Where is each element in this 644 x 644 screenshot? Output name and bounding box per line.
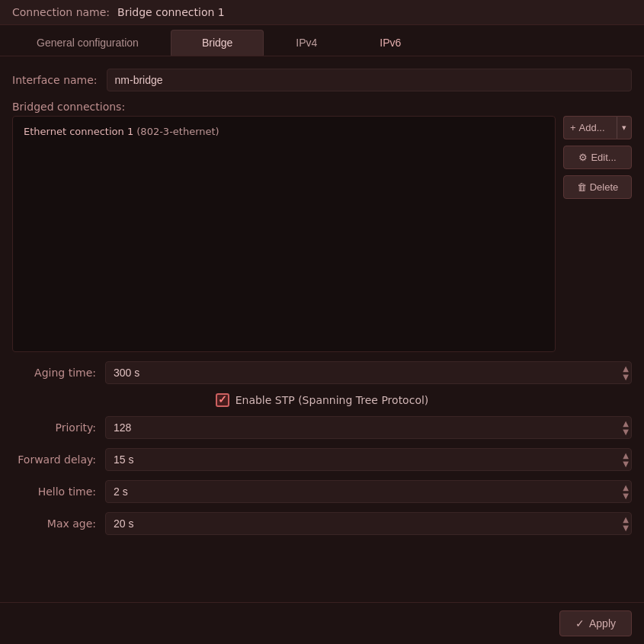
footer: ✓ Apply: [0, 602, 644, 644]
connection-name-label: Connection name:: [12, 6, 110, 18]
interface-name-label: Interface name:: [12, 74, 98, 86]
bridged-connections-area: Ethernet connection 1 (802-3-ethernet) +…: [12, 116, 632, 352]
connections-buttons: + Add... ▾ ⚙ Edit... 🗑 Delete: [563, 116, 632, 352]
connections-list: Ethernet connection 1 (802-3-ethernet): [12, 116, 556, 352]
bridged-connections-section: Bridged connections: Ethernet connection…: [12, 101, 632, 352]
edit-icon: ⚙: [578, 152, 588, 163]
priority-row: Priority: ▲ ▼: [12, 416, 632, 439]
hello-time-input[interactable]: [105, 480, 632, 503]
apply-label: Apply: [589, 617, 616, 630]
delete-button[interactable]: 🗑 Delete: [563, 175, 632, 199]
spinner-down-icon: ▼: [623, 524, 629, 532]
aging-time-spinner[interactable]: ▲ ▼: [623, 364, 629, 381]
spinner-up-icon: ▲: [623, 419, 629, 428]
delete-label: Delete: [590, 181, 619, 193]
spinner-up-icon: ▲: [623, 451, 629, 460]
apply-button[interactable]: ✓ Apply: [559, 610, 632, 636]
forward-delay-row: Forward delay: ▲ ▼: [12, 448, 632, 471]
forward-delay-input[interactable]: [105, 448, 632, 471]
max-age-label: Max age:: [12, 517, 96, 530]
connection-name-value: Bridge connection 1: [117, 6, 225, 18]
forward-delay-wrap: ▲ ▼: [105, 448, 632, 471]
chevron-down-icon: ▾: [622, 123, 626, 133]
tab-ipv4[interactable]: IPv4: [265, 30, 348, 56]
forward-delay-spinner[interactable]: ▲ ▼: [623, 451, 629, 468]
spinner-up-icon: ▲: [623, 483, 629, 492]
hello-time-label: Hello time:: [12, 485, 96, 498]
stp-label[interactable]: Enable STP (Spanning Tree Protocol): [235, 394, 429, 406]
hello-time-row: Hello time: ▲ ▼: [12, 480, 632, 503]
stp-row: Enable STP (Spanning Tree Protocol): [12, 393, 632, 407]
spinner-up-icon: ▲: [623, 364, 629, 373]
connection-item-name: Ethernet connection 1: [24, 126, 136, 137]
aging-time-wrap: ▲ ▼: [105, 361, 632, 384]
list-item[interactable]: Ethernet connection 1 (802-3-ethernet): [19, 123, 549, 140]
max-age-input[interactable]: [105, 512, 632, 535]
header-bar: Connection name: Bridge connection 1: [0, 0, 644, 25]
add-dropdown-arrow[interactable]: ▾: [617, 116, 632, 139]
hello-time-wrap: ▲ ▼: [105, 480, 632, 503]
aging-time-input[interactable]: [105, 361, 632, 384]
add-button[interactable]: + Add...: [563, 116, 617, 139]
add-icon: +: [570, 122, 576, 133]
bridged-connections-label: Bridged connections:: [12, 101, 632, 113]
interface-name-row: Interface name:: [12, 69, 632, 91]
spinner-down-icon: ▼: [623, 492, 629, 500]
connection-item-type: (802-3-ethernet): [136, 126, 219, 137]
add-dropdown: + Add... ▾: [563, 116, 632, 139]
max-age-wrap: ▲ ▼: [105, 512, 632, 535]
tab-general[interactable]: General configuration: [6, 30, 169, 56]
max-age-row: Max age: ▲ ▼: [12, 512, 632, 535]
aging-time-label: Aging time:: [12, 367, 96, 379]
spinner-down-icon: ▼: [623, 460, 629, 468]
edit-label: Edit...: [591, 152, 616, 163]
checkmark-icon: ✓: [575, 617, 585, 630]
add-label: Add...: [579, 122, 605, 133]
priority-wrap: ▲ ▼: [105, 416, 632, 439]
interface-name-input[interactable]: [107, 69, 632, 91]
tab-bridge[interactable]: Bridge: [171, 30, 264, 56]
app-window: Connection name: Bridge connection 1 Gen…: [0, 0, 644, 644]
spinner-down-icon: ▼: [623, 428, 629, 436]
priority-input[interactable]: [105, 416, 632, 439]
stp-checkbox[interactable]: [216, 393, 229, 407]
max-age-spinner[interactable]: ▲ ▼: [623, 515, 629, 532]
tab-ipv6[interactable]: IPv6: [349, 30, 431, 56]
trash-icon: 🗑: [577, 181, 587, 193]
tab-bar: General configuration Bridge IPv4 IPv6: [0, 25, 644, 56]
main-content: Interface name: Bridged connections: Eth…: [0, 56, 644, 602]
aging-time-row: Aging time: ▲ ▼: [12, 361, 632, 384]
edit-button[interactable]: ⚙ Edit...: [563, 146, 632, 169]
hello-time-spinner[interactable]: ▲ ▼: [623, 483, 629, 500]
forward-delay-label: Forward delay:: [12, 453, 96, 466]
priority-label: Priority:: [12, 421, 96, 434]
spinner-down-icon: ▼: [623, 373, 629, 381]
priority-spinner[interactable]: ▲ ▼: [623, 419, 629, 436]
spinner-up-icon: ▲: [623, 515, 629, 524]
